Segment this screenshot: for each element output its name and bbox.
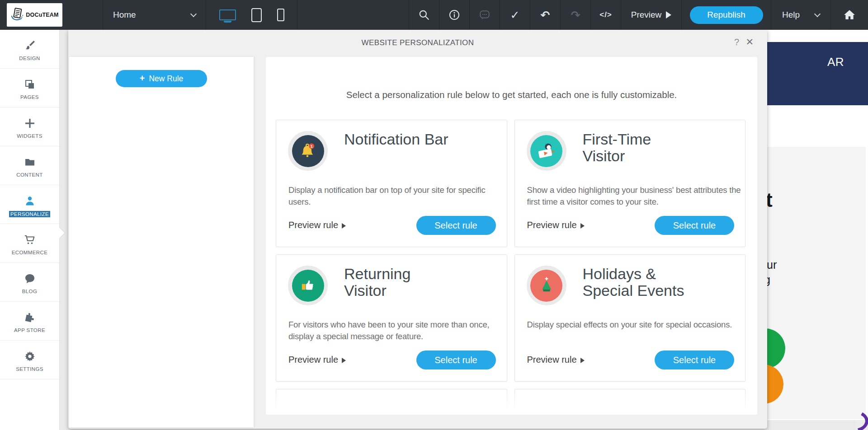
redo-button: ↷ (560, 0, 590, 30)
new-rule-label: New Rule (149, 74, 183, 84)
pages-icon (24, 79, 36, 90)
video-visitor-icon (536, 140, 557, 161)
puzzle-icon (24, 312, 36, 323)
dev-mode-button[interactable]: </> (590, 0, 621, 30)
sidebar-item-settings[interactable]: SETTINGS (0, 341, 59, 379)
sidebar-item-blog[interactable]: BLOG (0, 263, 59, 302)
sidebar-item-widgets[interactable]: WIDGETS (0, 108, 59, 146)
modal-title: WEBSITE PERSONALIZATION (68, 30, 767, 56)
select-rule-button[interactable]: Select rule (416, 216, 496, 235)
help-dropdown[interactable]: Help (771, 0, 830, 30)
rule-card-holidays-special-events: Holidays & Special Events Display specia… (514, 254, 746, 382)
sidebar-item-ecommerce[interactable]: ECOMMERCE (0, 224, 59, 263)
select-rule-button[interactable]: Select rule (655, 351, 734, 369)
rule-card-notification-bar: 1 Notification Bar Display a notificatio… (276, 120, 507, 247)
sidebar-item-label: WIDGETS (17, 133, 42, 139)
save-check-button[interactable]: ✓ (500, 0, 530, 30)
help-question-icon[interactable]: ? (734, 37, 739, 47)
rule-description: Display special effects on your site for… (527, 319, 743, 331)
sidebar-item-label: DESIGN (19, 56, 40, 61)
preview-button[interactable]: Preview (621, 0, 681, 30)
site-heading-fragment: AR (827, 55, 844, 69)
rule-cards-grid: 1 Notification Bar Display a notificatio… (276, 120, 745, 415)
republish-area: Republish (681, 0, 771, 30)
rule-icon (527, 131, 566, 171)
preview-rule-label: Preview rule (288, 355, 338, 365)
republish-button[interactable]: Republish (690, 6, 763, 24)
preview-rule-label: Preview rule (527, 220, 577, 230)
sidebar-item-app-store[interactable]: APP STORE (0, 302, 59, 341)
bell-icon: 1 (298, 141, 318, 161)
rules-list-panel: + New Rule (69, 57, 254, 427)
dashboard-home-button[interactable] (830, 0, 868, 30)
sidebar-item-label: APP STORE (14, 327, 45, 333)
preview-rule-link[interactable]: Preview rule (288, 220, 346, 230)
preview-rule-label: Preview rule (288, 220, 338, 230)
rule-title: Notification Bar (344, 131, 448, 148)
sidebar-item-label: CONTENT (16, 172, 42, 178)
preview-rule-label: Preview rule (527, 355, 577, 365)
person-icon (24, 195, 36, 207)
phone-icon[interactable] (277, 9, 284, 21)
modal-header: WEBSITE PERSONALIZATION ? ✕ (68, 30, 767, 57)
rule-card-partial (276, 389, 507, 415)
play-icon (666, 11, 671, 19)
document-logo-icon (10, 7, 24, 23)
play-icon (580, 358, 585, 363)
website-personalization-modal: WEBSITE PERSONALIZATION ? ✕ + New Rule S… (68, 30, 767, 429)
site-text-fragment: ur (767, 258, 777, 271)
preview-rule-link[interactable]: Preview rule (288, 355, 346, 365)
logo[interactable]: DOCuTEAM (7, 3, 62, 27)
play-icon (580, 223, 585, 229)
thumbs-up-icon (298, 276, 318, 295)
rule-description: Display a notification bar on top of you… (288, 184, 505, 207)
info-icon (448, 9, 460, 21)
select-rule-button[interactable]: Select rule (655, 216, 734, 235)
code-icon: </> (599, 10, 612, 19)
rule-card-returning-visitor: Returning Visitor For visitors who have … (276, 254, 507, 382)
sidebar-item-content[interactable]: CONTENT (0, 146, 59, 185)
preview-label: Preview (631, 10, 662, 20)
sidebar-item-label: BLOG (22, 289, 38, 294)
sidebar-item-design[interactable]: DESIGN (0, 30, 59, 69)
preview-rule-link[interactable]: Preview rule (527, 355, 585, 365)
folder-icon (24, 156, 36, 168)
editor-sidebar: DESIGN PAGES WIDGETS CONTENT PERSONALIZE (0, 30, 60, 430)
play-icon (342, 358, 346, 363)
search-icon (418, 9, 430, 21)
rule-description: For visitors who have been to your site … (288, 319, 505, 342)
close-icon[interactable]: ✕ (745, 37, 754, 47)
chevron-down-icon (814, 11, 821, 17)
comments-button (469, 0, 500, 30)
undo-button[interactable]: ↶ (530, 0, 560, 30)
search-button[interactable] (409, 0, 439, 30)
select-rule-button[interactable]: Select rule (416, 351, 496, 369)
help-label: Help (782, 10, 800, 20)
cart-icon (24, 234, 36, 246)
chat-bubble-icon (24, 273, 36, 285)
rule-description: Show a video highlighting your business'… (527, 184, 743, 207)
preview-rule-link[interactable]: Preview rule (527, 220, 585, 230)
logo-area: DOCuTEAM (0, 0, 103, 30)
topbar-spacer (297, 0, 409, 30)
rule-title: Holidays & Special Events (583, 266, 684, 299)
rule-title: Returning Visitor (344, 266, 410, 299)
new-rule-button[interactable]: + New Rule (116, 70, 207, 87)
comments-icon (479, 9, 491, 21)
editor-topbar: DOCuTEAM Home ✓ (0, 0, 868, 30)
sidebar-item-label: PERSONALIZE (9, 211, 50, 217)
rule-card-partial (514, 389, 746, 415)
badge-count: 1 (311, 144, 313, 149)
sidebar-item-pages[interactable]: PAGES (0, 69, 59, 108)
sidebar-item-personalize[interactable]: PERSONALIZE (0, 185, 59, 224)
rule-icon (288, 266, 328, 305)
page-selector-dropdown[interactable]: Home (103, 0, 206, 30)
undo-icon: ↶ (541, 9, 550, 22)
desktop-icon[interactable] (219, 9, 236, 20)
holiday-tree-icon (537, 276, 557, 295)
chevron-down-icon (190, 11, 197, 17)
tablet-icon[interactable] (251, 8, 262, 22)
plus-icon (24, 117, 36, 129)
site-purple-swoosh (854, 411, 868, 430)
info-button[interactable] (439, 0, 469, 30)
